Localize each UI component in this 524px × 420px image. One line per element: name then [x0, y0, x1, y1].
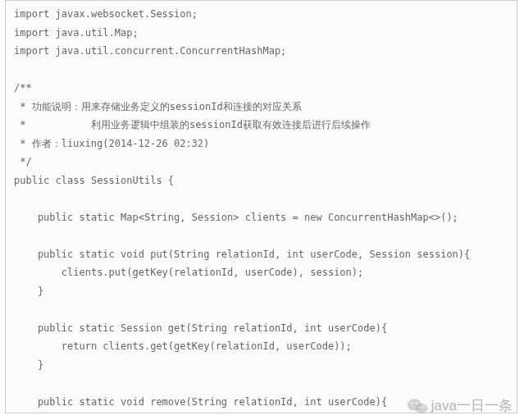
code-block: import javax.websocket.Session; import j…: [6, 1, 517, 413]
code-container: import javax.websocket.Session; import j…: [5, 0, 517, 413]
code-content: import javax.websocket.Session; import j…: [14, 8, 470, 413]
